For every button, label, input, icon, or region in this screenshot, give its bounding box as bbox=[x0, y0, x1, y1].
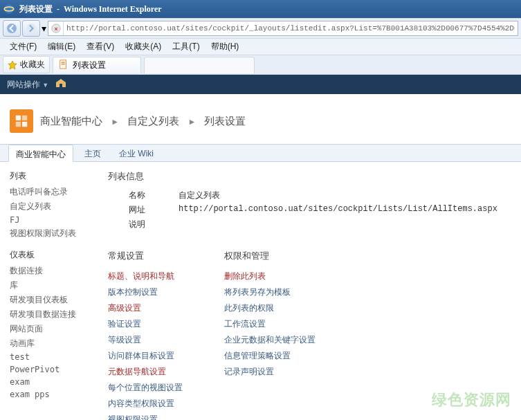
left-link-site-pages[interactable]: 网站页面 bbox=[10, 323, 101, 335]
left-link-library[interactable]: 库 bbox=[10, 280, 101, 291]
app-name: Windows Internet Explorer bbox=[64, 4, 162, 15]
link-save-template[interactable]: 将列表另存为模板 bbox=[224, 286, 316, 298]
breadcrumb-page: 列表设置 bbox=[204, 115, 246, 127]
history-dropdown-icon[interactable]: ▾ bbox=[42, 23, 46, 34]
left-link-custom-list[interactable]: 自定义列表 bbox=[10, 201, 101, 212]
left-link-view-perm-test[interactable]: 视图权限测试列表 bbox=[10, 228, 101, 239]
favorites-label: 收藏夹 bbox=[20, 59, 45, 71]
left-link-call-memo[interactable]: 电话呼叫备忘录 bbox=[10, 186, 101, 198]
svg-rect-11 bbox=[16, 122, 21, 127]
breadcrumb-list[interactable]: 自定义列表 bbox=[127, 115, 179, 127]
quick-launch: 列表 电话呼叫备忘录 自定义列表 FJ 视图权限测试列表 仪表板 数据连接 库 … bbox=[0, 162, 108, 416]
url-input[interactable] bbox=[64, 21, 518, 35]
meta-url-value: http://portal.contoso.uat/sites/cockpit/… bbox=[179, 204, 497, 216]
forward-button[interactable] bbox=[22, 20, 40, 37]
ie-icon bbox=[3, 3, 15, 15]
quick-launch-dashboards-header: 仪表板 bbox=[10, 249, 101, 261]
svg-rect-7 bbox=[62, 62, 65, 62]
link-delete-list[interactable]: 删除此列表 bbox=[224, 271, 316, 282]
left-link-exam[interactable]: exam bbox=[10, 377, 101, 387]
link-enterprise-metadata[interactable]: 企业元数据和关键字设置 bbox=[224, 334, 316, 346]
link-per-location-view[interactable]: 每个位置的视图设置 bbox=[108, 382, 183, 394]
link-title-desc-nav[interactable]: 标题、说明和导航 bbox=[108, 271, 183, 282]
svg-rect-10 bbox=[22, 116, 27, 120]
breadcrumb: 商业智能中心 ► 自定义列表 ► 列表设置 bbox=[40, 115, 246, 128]
window-title: 列表设置 bbox=[19, 3, 53, 15]
link-workflow-settings[interactable]: 工作流设置 bbox=[224, 318, 316, 330]
meta-name-label: 名称 bbox=[129, 190, 179, 201]
perm-mgmt-title: 权限和管理 bbox=[224, 250, 316, 262]
link-metadata-nav[interactable]: 元数据导航设置 bbox=[108, 366, 183, 378]
link-view-perm[interactable]: 视图权限设置 bbox=[108, 414, 183, 420]
left-link-animation-lib[interactable]: 动画库 bbox=[10, 338, 101, 349]
page-icon bbox=[59, 60, 68, 71]
chevron-right-icon: ► bbox=[188, 117, 196, 127]
back-arrow-icon bbox=[6, 23, 17, 34]
svg-rect-8 bbox=[62, 64, 65, 64]
link-content-type-perm[interactable]: 内容类型权限设置 bbox=[108, 398, 183, 410]
link-audience-target[interactable]: 访问群体目标设置 bbox=[108, 350, 183, 362]
left-link-fj[interactable]: FJ bbox=[10, 215, 101, 225]
link-rating[interactable]: 等级设置 bbox=[108, 334, 183, 346]
topnav-bi-center[interactable]: 商业智能中心 bbox=[8, 145, 73, 162]
meta-url-label: 网址 bbox=[129, 204, 179, 216]
site-warning-icon: × bbox=[48, 21, 64, 35]
general-settings-title: 常规设置 bbox=[108, 250, 183, 262]
star-icon bbox=[8, 60, 17, 70]
menu-help[interactable]: 帮助(H) bbox=[205, 39, 245, 55]
menu-tools[interactable]: 工具(T) bbox=[167, 39, 205, 55]
breadcrumb-site[interactable]: 商业智能中心 bbox=[40, 115, 102, 127]
menu-view[interactable]: 查看(V) bbox=[81, 39, 120, 55]
link-validation[interactable]: 验证设置 bbox=[108, 318, 183, 330]
chevron-down-icon: ▼ bbox=[42, 82, 48, 89]
favorites-button[interactable]: 收藏夹 bbox=[3, 56, 50, 73]
meta-desc-label: 说明 bbox=[129, 219, 179, 230]
link-info-policy[interactable]: 信息管理策略设置 bbox=[224, 350, 316, 362]
svg-rect-9 bbox=[16, 116, 21, 120]
new-tab-slot[interactable] bbox=[144, 57, 255, 73]
menu-file[interactable]: 文件(F) bbox=[4, 39, 42, 55]
meta-name-value: 自定义列表 bbox=[179, 190, 220, 201]
chevron-right-icon: ► bbox=[111, 117, 119, 127]
site-logo-icon bbox=[10, 109, 33, 133]
menu-edit[interactable]: 编辑(E) bbox=[42, 39, 81, 55]
link-advanced[interactable]: 高级设置 bbox=[108, 302, 183, 314]
left-link-test[interactable]: test bbox=[10, 352, 101, 362]
back-button[interactable] bbox=[3, 20, 21, 37]
left-link-data-conn[interactable]: 数据连接 bbox=[10, 265, 101, 277]
tab-label: 列表设置 bbox=[73, 60, 106, 71]
left-link-rd-data-conn[interactable]: 研发项目数据连接 bbox=[10, 309, 101, 320]
site-actions-menu[interactable]: 网站操作 ▼ bbox=[7, 79, 48, 91]
left-link-powerpivot[interactable]: PowerPivot bbox=[10, 365, 101, 374]
topnav-home[interactable]: 主页 bbox=[77, 145, 108, 161]
svg-text:×: × bbox=[54, 26, 57, 33]
list-info-title: 列表信息 bbox=[108, 170, 514, 183]
menu-favorites[interactable]: 收藏夹(A) bbox=[120, 39, 167, 55]
topnav-wiki[interactable]: 企业 Wiki bbox=[112, 145, 161, 161]
forward-arrow-icon bbox=[26, 23, 37, 34]
link-list-permissions[interactable]: 此列表的权限 bbox=[224, 302, 316, 314]
svg-point-3 bbox=[26, 24, 36, 33]
link-version-control[interactable]: 版本控制设置 bbox=[108, 286, 183, 298]
link-record-declaration[interactable]: 记录声明设置 bbox=[224, 366, 316, 378]
quick-launch-lists-header: 列表 bbox=[10, 170, 101, 182]
svg-rect-12 bbox=[22, 122, 27, 127]
svg-point-2 bbox=[7, 24, 17, 33]
browser-tab[interactable]: 列表设置 bbox=[53, 57, 141, 73]
address-bar[interactable]: × bbox=[48, 21, 518, 36]
left-link-rd-dashboard[interactable]: 研发项目仪表板 bbox=[10, 294, 101, 306]
svg-point-0 bbox=[4, 4, 14, 14]
navigate-up-icon[interactable] bbox=[55, 79, 66, 91]
left-link-exam-pps[interactable]: exam pps bbox=[10, 390, 101, 399]
title-separator: - bbox=[57, 4, 60, 14]
